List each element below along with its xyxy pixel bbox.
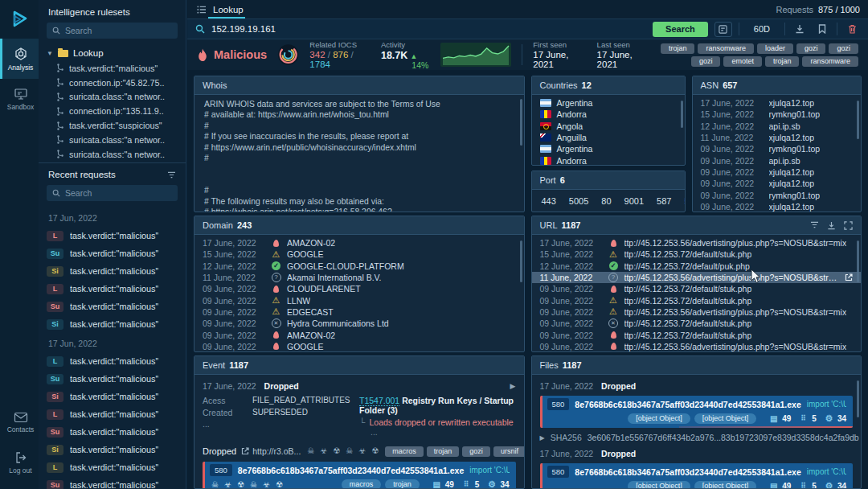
file-tag-pill[interactable]: [object Object] [628, 413, 690, 424]
recent-search-input[interactable] [65, 188, 172, 198]
country-row[interactable]: Angola [532, 121, 685, 132]
recent-request-item[interactable]: Si task.verdict:"malicious" [47, 262, 178, 280]
recent-request-item[interactable]: L task.verdict:"malicious" [47, 458, 178, 476]
url-row[interactable]: 15 June, 2022 ttp://45.12.253.72/default… [532, 249, 862, 260]
threat-tag[interactable]: gozi [829, 43, 858, 54]
url-row[interactable]: 17 June, 2022 ttp://45.12.253.56/adverti… [532, 237, 862, 249]
domain-row[interactable]: 17 June, 2022 AMAZON-02 [194, 237, 524, 249]
file-tag-pill[interactable]: [object Object] [694, 481, 757, 488]
sidebar-item-logout[interactable]: Log out [0, 442, 39, 483]
query-builder-button[interactable] [714, 22, 732, 37]
ruleset-item[interactable]: suricata.class:"a networ.. [47, 147, 186, 162]
port-value[interactable]: 5005 [569, 196, 588, 205]
asn-row[interactable]: 11 June, 2022 xjulqa12.top [693, 132, 862, 143]
filter-icon[interactable] [167, 171, 176, 179]
threat-tag[interactable]: trojan [765, 56, 800, 67]
recent-request-item[interactable]: L task.verdict:"malicious" [47, 352, 178, 370]
rulesets-search[interactable] [47, 23, 178, 39]
rulesets-search-input[interactable] [65, 26, 172, 35]
tab-lookup[interactable]: Lookup [195, 0, 245, 18]
time-range-select[interactable]: 60D [746, 24, 778, 34]
recent-request-item[interactable]: L task.verdict:"malicious" [47, 405, 178, 423]
asn-row[interactable]: 09 June, 2022 xjulqa12.top [693, 201, 862, 212]
asn-row[interactable]: 09 June, 2022 rymkng01.top [693, 189, 862, 200]
threat-badge[interactable]: ursnif [493, 446, 524, 457]
ruleset-item[interactable]: suricata.class:"a networ.. [47, 90, 186, 105]
app-logo[interactable] [0, 0, 39, 39]
bookmark-button[interactable] [814, 22, 830, 37]
recent-request-item[interactable]: L task.verdict:"malicious" [47, 227, 178, 244]
ruleset-item[interactable]: connection.ip:"135.11.9.. [47, 104, 186, 118]
url-row[interactable]: 12 June, 2022 ttp://45.12.253.72/default… [532, 261, 862, 272]
url-row[interactable]: 09 June, 2022 ttp://45.12.253.56/adverti… [532, 341, 862, 351]
scrollbar[interactable] [857, 380, 859, 417]
country-row[interactable]: Anguilla [532, 132, 685, 143]
domain-row[interactable]: 09 June, 2022 LLNW [194, 294, 524, 306]
asn-row[interactable]: 09 June, 2022 rymkng01.top [693, 143, 862, 154]
ruleset-item[interactable]: task.verdict:"suspicious" [47, 118, 186, 133]
asn-row[interactable]: 09 June, 2022 xjulqa12.top [693, 178, 862, 189]
url-row[interactable]: 09 June, 2022 ttp://45.12.253.72/default… [532, 318, 862, 329]
scrollbar[interactable] [857, 240, 859, 282]
recent-request-item[interactable]: Si task.verdict:"malicious" [47, 315, 178, 333]
ruleset-item[interactable]: suricata.class:"a networ.. [47, 133, 186, 147]
country-row[interactable]: Argentina [532, 143, 685, 154]
url-row[interactable]: 09 June, 2022 ttp://45.12.253.72/default… [532, 294, 862, 306]
domain-row[interactable]: 15 June, 2022 GOOGLE [194, 249, 524, 260]
dropped-url[interactable]: http://r3.oB... [241, 446, 301, 456]
filter-icon[interactable] [810, 221, 819, 228]
threat-tag[interactable]: gozi [691, 56, 721, 67]
asn-row[interactable]: 15 June, 2022 rymkng01.top [693, 109, 862, 120]
threat-badge[interactable]: trojan [427, 446, 460, 457]
domain-row[interactable]: 12 June, 2022 GOOGLE-CLOUD-PLATFORM [194, 261, 524, 272]
external-link-icon[interactable] [845, 273, 853, 281]
threat-tag[interactable]: trojan [661, 43, 695, 54]
recent-request-item[interactable]: Su task.verdict:"malicious" [47, 476, 178, 489]
file-card[interactable]: 580 8e7668b6c618b3467a75aff03d23440d7ed4… [540, 463, 854, 488]
domain-row[interactable]: 09 June, 2022 GOOGLE [194, 341, 524, 351]
country-row[interactable]: Andorra [532, 109, 685, 120]
file-tag-pill[interactable]: [object Object] [628, 481, 690, 488]
asn-row[interactable]: 12 June, 2022 api.ip.sb [693, 121, 862, 132]
country-row[interactable]: Andorra [532, 154, 685, 165]
domain-row[interactable]: 09 June, 2022 Hydra Communications Ltd [194, 318, 524, 329]
file-card[interactable]: 580 8e7668b6c618b3467a75aff03d23440d7ed4… [203, 462, 516, 488]
threat-badge[interactable]: macros [385, 446, 424, 457]
expand-icon[interactable] [844, 221, 853, 230]
ruleset-item[interactable]: task.verdict:"malicious" [47, 61, 186, 76]
sidebar-item-analysis[interactable]: Analysis [0, 39, 39, 79]
recent-request-item[interactable]: Su task.verdict:"malicious" [47, 370, 178, 388]
port-value[interactable]: 80 [601, 196, 611, 205]
download-button[interactable] [792, 22, 808, 37]
threat-tag[interactable]: ransomware [698, 43, 754, 54]
port-value[interactable]: 587 [657, 196, 671, 205]
recent-request-item[interactable]: Si task.verdict:"malicious" [47, 441, 178, 458]
search-button[interactable]: Search [653, 22, 708, 37]
sidebar-item-contacts[interactable]: Contacts [0, 402, 39, 442]
tree-folder-lookup[interactable]: ▼ Lookup [47, 45, 186, 61]
domain-row[interactable]: 09 June, 2022 CLOUDFLARENET [194, 283, 524, 294]
threat-tag[interactable]: ransomware [802, 56, 858, 67]
lookup-query-input[interactable] [211, 24, 646, 34]
asn-row[interactable]: 17 June, 2022 xjulqa12.top [693, 97, 862, 109]
scrollbar[interactable] [681, 101, 683, 128]
asn-row[interactable]: 09 June, 2022 api.ip.sb [693, 154, 862, 166]
recent-request-item[interactable]: L task.verdict:"malicious" [47, 280, 178, 298]
expand-arrow-icon[interactable]: ▶ [510, 382, 516, 390]
scrollbar[interactable] [520, 240, 522, 282]
scrollbar[interactable] [520, 99, 522, 146]
url-row[interactable]: 09 June, 2022 ttp://45.12.253.56/adverti… [532, 306, 862, 318]
domain-row[interactable]: 09 June, 2022 AMAZON-02 [194, 329, 524, 340]
recent-request-item[interactable]: Su task.verdict:"malicious" [47, 244, 178, 262]
threat-tag[interactable]: gozi [796, 43, 826, 54]
port-value[interactable]: 443 [542, 196, 556, 205]
download-icon[interactable] [827, 221, 836, 230]
threat-tag[interactable]: loader [757, 43, 793, 54]
url-row[interactable]: 09 June, 2022 ttp://45.12.253.72/default… [532, 283, 862, 294]
file-tag-pill[interactable]: trojan [385, 479, 420, 488]
file-card[interactable]: 580 8e7668b6c618b3467a75aff03d23440d7ed4… [540, 396, 854, 428]
recent-search[interactable] [47, 185, 178, 201]
url-row[interactable]: 09 June, 2022 ttp://45.12.253.72/default… [532, 329, 862, 340]
recent-request-item[interactable]: Su task.verdict:"malicious" [47, 423, 178, 441]
scrollbar[interactable] [857, 101, 859, 139]
